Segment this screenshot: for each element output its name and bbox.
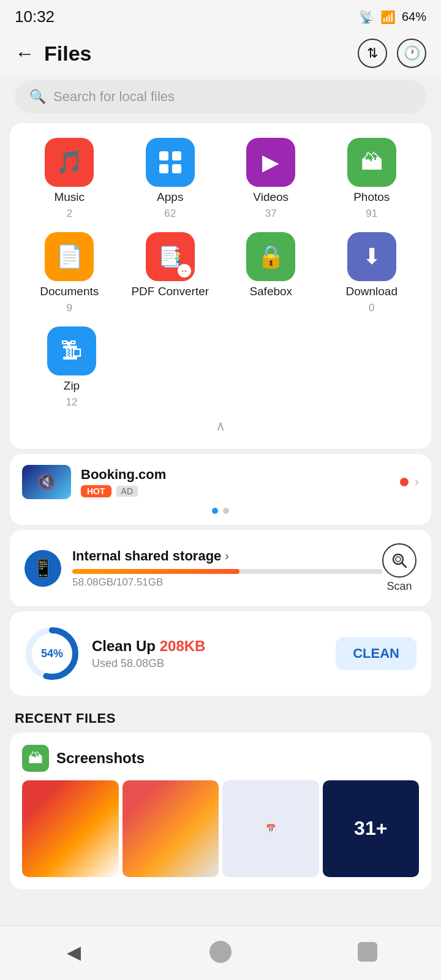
ad-thumbnail: 🔇 (22, 465, 71, 499)
nav-recent-button[interactable] (350, 935, 385, 969)
ad-info: Booking.com HOT AD (81, 467, 390, 497)
ad-card: 🔇 Booking.com HOT AD › (10, 454, 431, 525)
storage-bar (72, 569, 382, 574)
scan-label: Scan (386, 580, 412, 593)
cleanup-chart: 54% (24, 626, 80, 681)
cleanup-used: Used 58.08GB (92, 657, 323, 670)
ad-badge-row: HOT AD (81, 485, 390, 497)
category-download[interactable]: ⬇ Download 0 (325, 232, 420, 314)
cleanup-percent: 54% (41, 647, 63, 660)
category-safebox[interactable]: 🔒 Safebox (224, 232, 318, 314)
cleanup-card: 54% Clean Up 208KB Used 58.08GB CLEAN (10, 611, 431, 696)
ad-label: AD (116, 486, 138, 497)
music-icon: 🎵 (45, 138, 94, 187)
ad-dot-1 (212, 508, 218, 514)
storage-text: 58.08GB/107.51GB (72, 576, 163, 588)
storage-device-icon: 📱 (24, 550, 61, 587)
photos-icon: 🏔 (347, 138, 396, 187)
videos-icon: ▶ (246, 138, 295, 187)
ad-dots-row (22, 508, 419, 514)
svg-line-5 (402, 563, 406, 567)
category-grid: 🎵 Music 2 Apps 62 ▶ Videos 37 🏔 Photo (22, 138, 419, 314)
nav-bar: ◀ (0, 925, 441, 980)
status-bar: 10:32 📡 📶 64% (0, 0, 441, 31)
history-icon: 🕐 (404, 45, 420, 61)
scan-button[interactable]: Scan (382, 543, 417, 593)
storage-nav-icon: › (225, 549, 229, 563)
category-apps[interactable]: Apps 62 (123, 138, 218, 220)
wifi-icon: 📶 (380, 10, 396, 24)
cleanup-info: Clean Up 208KB Used 58.08GB (92, 638, 323, 670)
header: ← Files ⇅ 🕐 (0, 31, 441, 75)
ad-row: 🔇 Booking.com HOT AD › (22, 465, 419, 499)
cleanup-title: Clean Up 208KB (92, 638, 323, 655)
ad-chevron-icon: › (415, 474, 419, 490)
nav-recent-icon (358, 942, 377, 962)
recent-files-header: RECENT FILES (0, 701, 441, 733)
nav-back-icon: ◀ (67, 941, 81, 963)
cast-icon: 📡 (359, 10, 374, 24)
svg-rect-2 (159, 164, 168, 173)
nav-home-button[interactable] (203, 935, 238, 969)
svg-point-6 (396, 557, 401, 562)
safebox-icon: 🔒 (246, 232, 295, 281)
svg-rect-0 (159, 151, 168, 160)
photo-thumb-1[interactable] (22, 780, 119, 877)
scan-icon (382, 543, 417, 578)
photo-thumb-2[interactable] (123, 780, 219, 877)
nav-home-icon (209, 941, 232, 963)
categories-card: 🎵 Music 2 Apps 62 ▶ Videos 37 🏔 Photo (10, 123, 431, 449)
screenshots-folder-name: Screenshots (56, 750, 145, 767)
photo-thumb-3[interactable]: 📅 (222, 780, 319, 877)
header-left: ← Files (15, 42, 91, 66)
category-pdf[interactable]: 📑 ↔ PDF Converter (123, 232, 218, 314)
category-documents[interactable]: 📄 Documents 9 (22, 232, 117, 314)
nav-back-button[interactable]: ◀ (56, 935, 91, 969)
recent-folder-row[interactable]: 🏔 Screenshots (22, 745, 419, 772)
history-button[interactable]: 🕐 (397, 39, 426, 68)
svg-rect-1 (172, 151, 181, 160)
category-music[interactable]: 🎵 Music 2 (22, 138, 117, 220)
header-icons: ⇅ 🕐 (358, 39, 426, 68)
category-videos[interactable]: ▶ Videos 37 (224, 138, 318, 220)
documents-icon: 📄 (45, 232, 94, 281)
status-time: 10:32 (15, 7, 55, 26)
photo-thumb-more[interactable]: 31+ (323, 780, 420, 877)
storage-bar-fill (72, 569, 239, 574)
sort-icon: ⇅ (367, 45, 378, 61)
ad-name: Booking.com (81, 467, 166, 482)
storage-info: Internal shared storage › 58.08GB/107.51… (72, 548, 382, 589)
recent-files-card: 🏔 Screenshots 📅 31+ (10, 733, 431, 889)
screenshots-folder-icon: 🏔 (22, 745, 49, 772)
download-icon: ⬇ (347, 232, 396, 281)
category-photos[interactable]: 🏔 Photos 91 (325, 138, 420, 220)
search-input[interactable]: Search for local files (53, 89, 175, 105)
apps-icon (146, 138, 195, 187)
svg-rect-3 (172, 164, 181, 173)
collapse-icon: ∧ (216, 418, 225, 434)
storage-card: 📱 Internal shared storage › 58.08GB/107.… (10, 530, 431, 606)
clean-button[interactable]: CLEAN (336, 637, 417, 670)
cleanup-size: 208KB (160, 638, 206, 654)
collapse-button[interactable]: ∧ (22, 418, 419, 434)
ad-right: › (400, 474, 419, 490)
category-zip[interactable]: 🗜 Zip 12 (22, 326, 121, 409)
photo-grid: 📅 31+ (22, 780, 419, 877)
pdf-icon: 📑 ↔ (146, 232, 195, 281)
zip-row: 🗜 Zip 12 (22, 326, 419, 409)
hot-badge: HOT (81, 485, 111, 497)
search-icon: 🔍 (29, 89, 46, 105)
search-bar[interactable]: 🔍 Search for local files (15, 80, 426, 113)
page-title: Files (44, 42, 91, 66)
back-button[interactable]: ← (15, 42, 34, 65)
zip-icon: 🗜 (47, 326, 96, 375)
storage-title-row[interactable]: Internal shared storage › (72, 548, 382, 564)
storage-left: 📱 Internal shared storage › 58.08GB/107.… (24, 548, 382, 589)
ad-indicator-dot (400, 478, 409, 486)
ad-dot-2 (223, 508, 229, 514)
sort-button[interactable]: ⇅ (358, 39, 387, 68)
phone-icon: 📱 (32, 558, 54, 578)
battery-icon: 64% (402, 10, 426, 24)
ad-thumb-overlay: 🔇 (22, 465, 71, 499)
status-icons: 📡 📶 64% (359, 10, 426, 24)
